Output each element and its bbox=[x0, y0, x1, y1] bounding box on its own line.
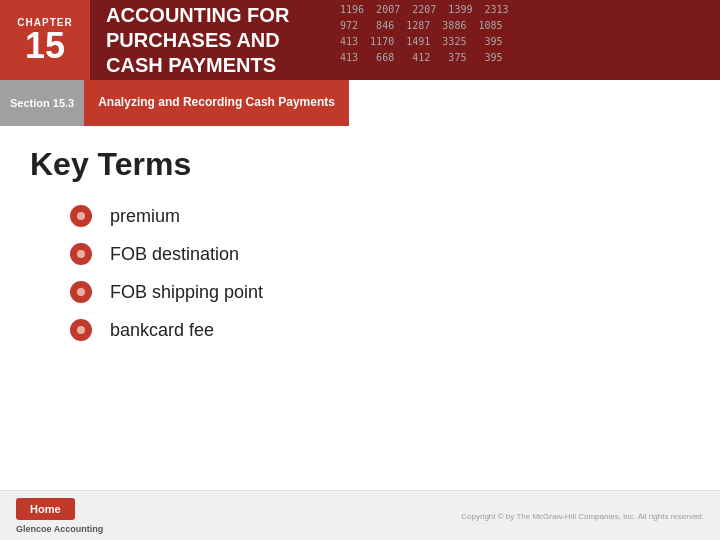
title-line2: PURCHASES AND bbox=[106, 29, 280, 51]
bullet-icon bbox=[70, 205, 92, 227]
section-label: Section 15.3 bbox=[0, 80, 84, 126]
list-item: bankcard fee bbox=[70, 319, 690, 341]
term-text: FOB shipping point bbox=[110, 282, 263, 303]
section-title: Analyzing and Recording Cash Payments bbox=[84, 80, 349, 126]
list-item: premium bbox=[70, 205, 690, 227]
footer-left: Home Glencoe Accounting bbox=[16, 498, 103, 534]
bullet-icon bbox=[70, 319, 92, 341]
list-item: FOB shipping point bbox=[70, 281, 690, 303]
bullet-inner bbox=[77, 212, 85, 220]
section-tab: Section 15.3 Analyzing and Recording Cas… bbox=[0, 80, 349, 126]
bullet-inner bbox=[77, 326, 85, 334]
main-content: Key Terms premium FOB destination FOB sh… bbox=[0, 126, 720, 490]
key-terms-heading: Key Terms bbox=[30, 146, 690, 183]
home-button[interactable]: Home bbox=[16, 498, 75, 520]
title-line1: ACCOUNTING FOR bbox=[106, 4, 289, 26]
term-text: bankcard fee bbox=[110, 320, 214, 341]
terms-list: premium FOB destination FOB shipping poi… bbox=[30, 205, 690, 341]
footer-copyright: Copyright © by The McGraw-Hill Companies… bbox=[461, 512, 704, 521]
term-text: FOB destination bbox=[110, 244, 239, 265]
chapter-number: 15 bbox=[25, 28, 65, 64]
section-title-line2: Cash Payments bbox=[246, 95, 335, 111]
bullet-icon bbox=[70, 243, 92, 265]
title-line3: CASH PAYMENTS bbox=[106, 54, 276, 76]
footer-brand: Glencoe Accounting bbox=[16, 524, 103, 534]
bullet-inner bbox=[77, 250, 85, 258]
page-footer: Home Glencoe Accounting Copyright © by T… bbox=[0, 490, 720, 540]
chapter-block: CHAPTER 15 bbox=[0, 0, 90, 80]
header-title: ACCOUNTING FOR PURCHASES AND CASH PAYMEN… bbox=[106, 3, 289, 78]
header-title-block: ACCOUNTING FOR PURCHASES AND CASH PAYMEN… bbox=[90, 0, 720, 80]
bullet-inner bbox=[77, 288, 85, 296]
page-header: 1196 2007 2207 1399 2313 972 846 1287 38… bbox=[0, 0, 720, 80]
term-text: premium bbox=[110, 206, 180, 227]
section-title-line1: Analyzing and Recording bbox=[98, 95, 242, 111]
list-item: FOB destination bbox=[70, 243, 690, 265]
bullet-icon bbox=[70, 281, 92, 303]
